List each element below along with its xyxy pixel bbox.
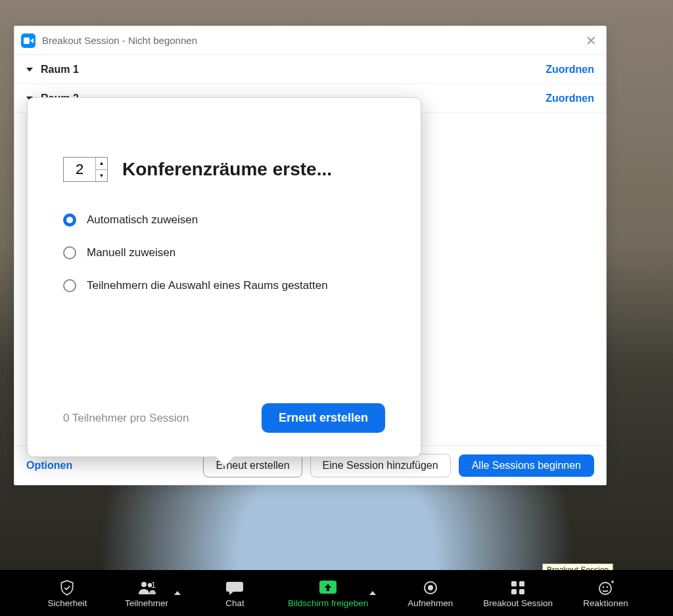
control-label: Chat [225,598,244,608]
chevron-down-icon[interactable] [26,68,33,72]
svg-point-9 [599,583,611,594]
svg-rect-7 [511,589,517,594]
radio-icon [63,213,76,227]
participants-count: 1 [151,580,156,590]
control-label: Bildschirm freigeben [288,598,368,608]
radio-auto-assign[interactable]: Automatisch zuweisen [63,213,385,227]
participants-button[interactable]: 1 Teilnehmer [120,579,173,608]
grid-icon [510,579,526,597]
control-label: Reaktionen [583,598,628,608]
room-count-stepper[interactable]: ▲ ▼ [63,157,108,182]
record-icon [423,579,438,597]
share-menu-caret[interactable] [368,570,377,616]
svg-point-0 [141,582,147,587]
room-row[interactable]: Raum 1 Zuordnen [14,55,606,84]
radio-icon [63,279,76,292]
radio-label: Automatisch zuweisen [87,213,198,227]
room-name: Raum 1 [41,64,545,76]
window-title: Breakout Session - Nicht begonnen [42,35,586,46]
options-link[interactable]: Optionen [26,460,72,472]
recreate-confirm-button[interactable]: Erneut erstellen [262,403,385,433]
stepper-down-icon[interactable]: ▼ [96,170,107,182]
breakout-session-button[interactable]: Breakout Session [483,579,553,608]
reactions-button[interactable]: Reaktionen [580,579,632,608]
share-screen-button[interactable]: Bildschirm freigeben [288,579,368,608]
svg-rect-6 [519,581,524,586]
security-button[interactable]: Sicherheit [41,579,93,608]
chat-icon [225,579,244,597]
radio-manual-assign[interactable]: Manuell zuweisen [63,246,385,259]
svg-point-11 [606,586,608,588]
chevron-up-icon [369,591,376,595]
start-all-sessions-button[interactable]: Alle Sessions beginnen [459,454,594,477]
share-screen-icon [318,579,338,597]
assign-link[interactable]: Zuordnen [545,64,594,76]
control-label: Aufnehmen [407,598,453,608]
record-button[interactable]: Aufnehmen [404,579,457,608]
svg-point-10 [602,586,604,588]
room-count-input[interactable] [64,158,95,181]
close-icon[interactable]: ✕ [586,34,597,47]
assign-link[interactable]: Zuordnen [545,93,594,104]
create-rooms-popover: ▲ ▼ Konferenzräume erste... Automatisch … [27,97,421,457]
participants-menu-caret[interactable] [173,570,182,616]
participants-per-session: 0 Teilnehmer pro Session [63,412,189,425]
popover-heading: Konferenzräume erste... [122,159,385,180]
smiley-plus-icon [597,579,615,597]
zoom-icon [21,33,35,48]
svg-rect-8 [519,589,524,594]
control-label: Teilnehmer [125,598,168,608]
chat-button[interactable]: Chat [208,579,261,608]
radio-label: Teilnehmern die Auswahl eines Raums gest… [87,279,328,292]
control-label: Sicherheit [47,598,87,608]
control-bar: Sicherheit 1 Teilnehmer Chat [0,570,673,616]
stepper-up-icon[interactable]: ▲ [96,158,107,170]
svg-rect-5 [511,581,517,586]
svg-point-4 [429,586,432,590]
chevron-up-icon [174,591,181,595]
radio-icon [63,246,76,259]
control-label: Breakout Session [483,598,553,608]
window-titlebar: Breakout Session - Nicht begonnen ✕ [14,26,606,55]
shield-icon [58,579,76,597]
radio-label: Manuell zuweisen [87,246,175,259]
radio-let-participants-choose[interactable]: Teilnehmern die Auswahl eines Raums gest… [63,279,385,292]
